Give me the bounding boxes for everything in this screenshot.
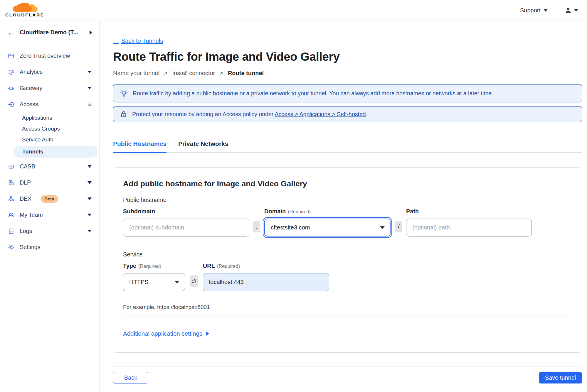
domain-label-text: Domain (264, 208, 286, 214)
chevron-down-icon (175, 281, 179, 284)
step-name-your-tunnel[interactable]: Name your tunnel (113, 70, 159, 77)
cloudflare-wordmark: CLOUDFLARE (5, 13, 44, 17)
cloudflare-logo[interactable]: CLOUDFLARE (5, 3, 44, 17)
top-header: CLOUDFLARE Support (0, 0, 587, 21)
logs-icon (8, 228, 14, 234)
required-note: (Required) (217, 263, 240, 269)
url-label: URL(Required) (203, 263, 329, 269)
sidebar-item-label: CASB (20, 163, 35, 170)
chevron-down-icon (88, 165, 92, 168)
card-divider (123, 315, 572, 315)
path-input[interactable] (406, 219, 532, 236)
back-button[interactable]: Back (113, 372, 148, 383)
access-applications-link[interactable]: Access > Applications > Self-hosted (275, 111, 366, 117)
service-group-label: Service (123, 251, 572, 258)
banner-text: Route traffic by adding a public hostnam… (133, 90, 493, 97)
gear-icon (8, 244, 14, 251)
sidebar-subitem-label: Access Groups (22, 126, 60, 132)
header-actions: Support (520, 7, 578, 14)
domain-select[interactable]: cftestsite3.com (264, 219, 391, 236)
banner-text-prefix: Protect your resource by adding an Acces… (132, 111, 275, 117)
sidebar-item-label: Logs (20, 228, 32, 234)
sidebar-item-tunnels[interactable]: Tunnels (13, 146, 97, 158)
back-arrow-icon: ← (7, 28, 14, 37)
chevron-down-icon (88, 71, 92, 73)
url-field-group: URL(Required) (203, 263, 329, 291)
sidebar-item-zero-trust-overview[interactable]: Zero Trust overview (0, 48, 99, 64)
domain-field-group: Domain(Required) cftestsite3.com (264, 208, 391, 236)
sidebar-item-casb[interactable]: CASB (0, 158, 99, 175)
additional-settings-toggle[interactable]: Additional application settings (123, 330, 209, 337)
service-type-value: HTTPS (129, 279, 149, 285)
chevron-right-icon (90, 31, 92, 35)
casb-icon (8, 163, 14, 170)
tab-private-networks[interactable]: Private Networks (178, 140, 228, 153)
dex-icon (8, 196, 14, 202)
support-menu[interactable]: Support (520, 7, 548, 14)
back-link-label: Back to Tunnels (121, 38, 163, 44)
info-banner-access-policy: Protect your resource by adding an Acces… (113, 106, 582, 122)
service-url-input[interactable] (203, 273, 329, 291)
slash-separator: / (395, 221, 402, 232)
save-tunnel-button[interactable]: Save tunnel (539, 372, 582, 383)
document-lock-icon (8, 180, 14, 186)
chevron-down-icon (380, 226, 385, 229)
add-hostname-card: Add public hostname for Image and Video … (113, 167, 582, 353)
sidebar-item-dex[interactable]: DEX Beta (0, 191, 99, 207)
team-icon (8, 212, 14, 218)
card-heading: Add public hostname for Image and Video … (123, 179, 572, 188)
banner-text-suffix: . (366, 111, 367, 117)
sidebar-item-analytics[interactable]: Analytics (0, 64, 99, 80)
page-title: Route Traffic for Image and Video Galler… (113, 50, 582, 63)
sidebar-item-label: My Team (20, 212, 43, 218)
required-note: (Required) (138, 263, 161, 269)
type-field-group: Type(Required) HTTPS (123, 263, 185, 291)
sidebar-item-gateway[interactable]: Gateway (0, 80, 99, 96)
step-route-tunnel: Route tunnel (228, 70, 264, 77)
sidebar-item-settings[interactable]: Settings (0, 239, 99, 255)
required-note: (Required) (288, 209, 311, 214)
subdomain-field-group: Subdomain (123, 208, 249, 236)
sidebar-item-label: Gateway (20, 85, 42, 92)
sidebar-item-dlp[interactable]: DLP (0, 175, 99, 191)
subdomain-input[interactable] (123, 219, 249, 236)
additional-settings-label: Additional application settings (123, 330, 202, 337)
account-name: Cloudflare Demo (T... (20, 29, 78, 36)
path-field-group: Path (406, 208, 532, 236)
sidebar-item-label: Zero Trust overview (20, 53, 70, 59)
account-switcher[interactable]: ← Cloudflare Demo (T... (0, 21, 99, 44)
sidebar-item-service-auth[interactable]: Service Auth (0, 134, 99, 145)
banner-text: Protect your resource by adding an Acces… (132, 111, 367, 118)
sidebar-item-my-team[interactable]: My Team (0, 207, 99, 223)
gateway-icon (8, 85, 14, 92)
breadcrumb: Name your tunnel > Install connector > R… (113, 70, 582, 77)
sidebar-nav: Zero Trust overview Analytics Gateway Ac… (0, 44, 99, 260)
tab-public-hostnames[interactable]: Public Hostnames (113, 140, 166, 153)
support-label: Support (520, 7, 541, 14)
sidebar-item-label: Access (20, 101, 38, 108)
sidebar-item-applications[interactable]: Applications (0, 112, 99, 123)
sidebar-item-label: DEX (20, 195, 31, 202)
back-to-tunnels-link[interactable]: ← Back to Tunnels (113, 38, 163, 44)
chevron-down-icon (88, 87, 92, 89)
info-banner-route-traffic: Route traffic by adding a public hostnam… (113, 84, 582, 102)
service-type-select[interactable]: HTTPS (123, 273, 185, 291)
service-field-row: Type(Required) HTTPS :// URL(Required) (123, 263, 572, 291)
sidebar-item-access-groups[interactable]: Access Groups (0, 123, 99, 134)
sidebar-item-logs[interactable]: Logs (0, 223, 99, 239)
type-label: Type(Required) (123, 263, 185, 269)
user-menu[interactable] (565, 7, 578, 14)
chevron-right-icon (206, 331, 209, 336)
sidebar-item-access[interactable]: Access (0, 96, 99, 112)
pie-chart-icon (8, 69, 14, 75)
back-arrow-icon: ← (113, 38, 119, 44)
window-icon (8, 53, 14, 59)
sidebar-item-label: Analytics (20, 69, 43, 75)
step-install-connector[interactable]: Install connector (172, 70, 215, 77)
url-label-text: URL (203, 263, 215, 269)
subdomain-label: Subdomain (123, 208, 249, 215)
lock-icon (120, 110, 127, 118)
lightbulb-icon (120, 89, 128, 97)
scheme-separator: :// (190, 275, 198, 287)
sidebar-subitem-label: Service Auth (22, 136, 53, 143)
